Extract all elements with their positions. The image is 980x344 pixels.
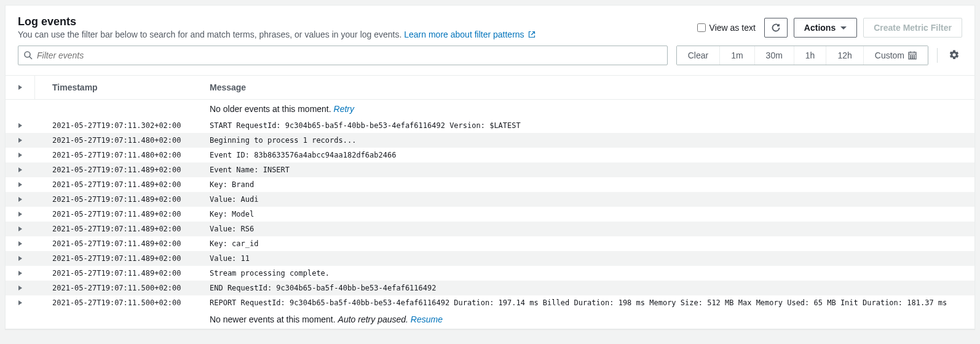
- filter-input-wrap[interactable]: [18, 46, 668, 65]
- row-expand-toggle[interactable]: [6, 256, 35, 261]
- learn-more-label: Learn more about filter patterns: [404, 30, 524, 39]
- log-row: 2021-05-27T19:07:11.302+02:00START Reque…: [6, 118, 974, 133]
- page-subtitle: You can use the filter bar below to sear…: [18, 30, 697, 39]
- svg-point-0: [25, 52, 30, 57]
- time-12h-button[interactable]: 12h: [826, 46, 863, 65]
- row-message: Event ID: 83b8633576a4abcc94aa182df6ab24…: [207, 151, 974, 159]
- svg-point-10: [912, 57, 912, 58]
- resume-link[interactable]: Resume: [411, 314, 443, 324]
- row-timestamp: 2021-05-27T19:07:11.489+02:00: [35, 239, 207, 248]
- actions-label: Actions: [804, 23, 836, 33]
- row-expand-toggle[interactable]: [6, 123, 35, 128]
- row-expand-toggle[interactable]: [6, 241, 35, 246]
- time-custom-button[interactable]: Custom: [864, 46, 928, 65]
- row-message: Event Name: INSERT: [207, 166, 974, 174]
- expand-all-toggle[interactable]: [6, 76, 35, 99]
- row-message: END RequestId: 9c304b65-ba5f-40bb-be53-4…: [207, 284, 974, 292]
- row-expand-toggle[interactable]: [6, 300, 35, 305]
- panel-header: Log events You can use the filter bar be…: [6, 6, 974, 46]
- row-expand-toggle[interactable]: [6, 286, 35, 290]
- create-metric-filter-button[interactable]: Create Metric Filter: [863, 18, 962, 38]
- chevron-right-icon: [18, 197, 22, 202]
- row-timestamp: 2021-05-27T19:07:11.489+02:00: [35, 225, 207, 233]
- log-row: 2021-05-27T19:07:11.489+02:00Value: 11: [6, 251, 974, 266]
- log-rows: No older events at this moment. Retry 20…: [6, 100, 974, 329]
- chevron-right-icon: [18, 286, 22, 290]
- row-timestamp: 2021-05-27T19:07:11.489+02:00: [35, 166, 207, 174]
- retry-link[interactable]: Retry: [334, 104, 354, 114]
- create-filter-label: Create Metric Filter: [874, 23, 952, 33]
- view-as-text-checkbox[interactable]: [697, 23, 706, 32]
- chevron-right-icon: [18, 226, 22, 231]
- time-30m-button[interactable]: 30m: [755, 46, 794, 65]
- no-newer-notice: No newer events at this moment. Auto ret…: [6, 310, 974, 329]
- chevron-right-icon: [18, 256, 22, 261]
- row-timestamp: 2021-05-27T19:07:11.302+02:00: [35, 121, 207, 130]
- log-row: 2021-05-27T19:07:11.489+02:00Stream proc…: [6, 266, 974, 281]
- log-row: 2021-05-27T19:07:11.489+02:00Value: Audi: [6, 192, 974, 207]
- chevron-right-icon: [18, 167, 22, 172]
- column-message[interactable]: Message: [207, 82, 974, 92]
- chevron-right-icon: [18, 182, 22, 187]
- log-row: 2021-05-27T19:07:11.500+02:00REPORT Requ…: [6, 295, 974, 310]
- time-range-group: Clear 1m 30m 1h 12h Custom: [676, 46, 928, 65]
- row-expand-toggle[interactable]: [6, 153, 35, 158]
- chevron-right-icon: [18, 153, 22, 158]
- log-row: 2021-05-27T19:07:11.489+02:00Key: car_id: [6, 236, 974, 251]
- no-older-notice: No older events at this moment. Retry: [6, 100, 974, 118]
- row-timestamp: 2021-05-27T19:07:11.480+02:00: [35, 136, 207, 145]
- time-1h-button[interactable]: 1h: [794, 46, 827, 65]
- time-clear-button[interactable]: Clear: [677, 46, 720, 65]
- row-timestamp: 2021-05-27T19:07:11.489+02:00: [35, 269, 207, 278]
- chevron-right-icon: [18, 212, 22, 217]
- subtitle-text: You can use the filter bar below to sear…: [18, 30, 404, 39]
- no-newer-text: No newer events at this moment.: [210, 314, 338, 324]
- log-row: 2021-05-27T19:07:11.480+02:00Beginning t…: [6, 133, 974, 148]
- row-expand-toggle[interactable]: [6, 226, 35, 231]
- header-left: Log events You can use the filter bar be…: [18, 15, 697, 39]
- refresh-button[interactable]: [764, 18, 788, 38]
- row-timestamp: 2021-05-27T19:07:11.489+02:00: [35, 210, 207, 218]
- svg-point-7: [912, 55, 912, 56]
- row-expand-toggle[interactable]: [6, 271, 35, 276]
- chevron-right-icon: [18, 300, 22, 305]
- time-1m-button[interactable]: 1m: [720, 46, 754, 65]
- row-expand-toggle[interactable]: [6, 167, 35, 172]
- header-actions: View as text Actions Create Metric Filte…: [697, 15, 962, 38]
- chevron-down-icon: [840, 26, 847, 30]
- log-row: 2021-05-27T19:07:11.489+02:00Key: Model: [6, 207, 974, 222]
- row-expand-toggle[interactable]: [6, 138, 35, 143]
- row-expand-toggle[interactable]: [6, 182, 35, 187]
- row-timestamp: 2021-05-27T19:07:11.489+02:00: [35, 180, 207, 189]
- chevron-right-icon: [18, 85, 22, 90]
- row-message: Key: Model: [207, 210, 974, 218]
- filter-input[interactable]: [37, 50, 662, 60]
- search-icon: [23, 50, 33, 60]
- view-as-text-toggle[interactable]: View as text: [697, 23, 756, 33]
- row-expand-toggle[interactable]: [6, 197, 35, 202]
- log-row: 2021-05-27T19:07:11.489+02:00Value: RS6: [6, 222, 974, 236]
- row-timestamp: 2021-05-27T19:07:11.480+02:00: [35, 151, 207, 159]
- log-events-panel: Log events You can use the filter bar be…: [5, 5, 975, 329]
- row-message: Value: 11: [207, 254, 974, 263]
- external-link-icon: [528, 31, 535, 38]
- learn-more-link[interactable]: Learn more about filter patterns: [404, 30, 535, 39]
- view-as-text-label: View as text: [709, 23, 756, 33]
- log-row: 2021-05-27T19:07:11.489+02:00Event Name:…: [6, 162, 974, 177]
- page-title: Log events: [18, 15, 697, 28]
- row-timestamp: 2021-05-27T19:07:11.500+02:00: [35, 298, 207, 307]
- time-custom-label: Custom: [875, 50, 904, 60]
- column-timestamp[interactable]: Timestamp: [35, 82, 207, 92]
- actions-dropdown[interactable]: Actions: [794, 18, 857, 38]
- svg-line-1: [30, 57, 32, 59]
- row-message: START RequestId: 9c304b65-ba5f-40bb-be53…: [207, 121, 974, 130]
- chevron-right-icon: [18, 271, 22, 276]
- row-message: Value: Audi: [207, 195, 974, 204]
- row-expand-toggle[interactable]: [6, 212, 35, 217]
- toolbar-divider: [937, 48, 938, 63]
- log-row: 2021-05-27T19:07:11.500+02:00END Request…: [6, 281, 974, 295]
- settings-button[interactable]: [946, 47, 962, 65]
- row-message: Stream processing complete.: [207, 269, 974, 278]
- calendar-icon: [908, 51, 917, 60]
- svg-point-6: [910, 55, 911, 56]
